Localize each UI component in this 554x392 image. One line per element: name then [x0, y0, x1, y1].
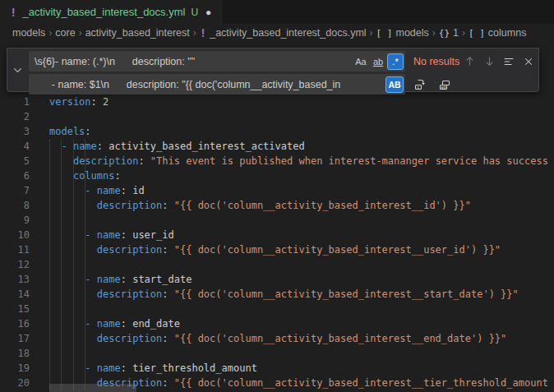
breadcrumb-item-activity_based_interest[interactable]: activity_based_interest — [85, 27, 190, 39]
find-row: \s{6}- name: (.*)\n description: "" Aa a… — [29, 51, 535, 71]
code-line-text — [30, 257, 49, 272]
match-case-toggle[interactable]: Aa — [353, 53, 369, 70]
line-number: 16 — [0, 316, 30, 331]
symbol-object-icon: {} — [439, 28, 450, 39]
code-line[interactable]: 5 description: "This event is published … — [0, 154, 554, 168]
arrow-down-icon — [484, 56, 495, 67]
line-number: 6 — [0, 168, 30, 183]
line-number: 18 — [0, 346, 30, 361]
yaml-file-icon: ! — [200, 26, 206, 39]
code-line-text — [30, 302, 49, 316]
editor-code-area[interactable]: 1version: 223models:4 - name: activity_b… — [0, 95, 554, 390]
editor-area[interactable]: 1version: 223models:4 - name: activity_b… — [0, 42, 554, 392]
code-line[interactable]: 2 — [0, 109, 554, 124]
code-line-text: description: "This event is published wh… — [30, 154, 548, 168]
line-number: 4 — [0, 139, 30, 154]
code-line[interactable]: 6 columns: — [0, 168, 554, 183]
find-results-count: No results — [413, 56, 459, 67]
git-untracked-badge: U — [191, 7, 198, 18]
line-number: 9 — [0, 213, 30, 228]
code-line[interactable]: 16 - name: end_date — [0, 316, 554, 331]
code-line[interactable]: 19 - name: tier_threshold_amount — [0, 361, 554, 376]
tab-filename: _activity_based_interest_docs.yml — [22, 6, 185, 18]
close-icon — [524, 57, 533, 67]
find-in-selection-button[interactable] — [499, 52, 519, 71]
code-line[interactable]: 14 description: "{{ doc('column__activit… — [0, 287, 554, 302]
code-line-text: version: 2 — [30, 95, 108, 109]
preserve-case-toggle[interactable]: AB — [385, 76, 404, 93]
breadcrumb: models›core›activity_based_interest›!_ac… — [0, 24, 554, 42]
svg-text:ab: ab — [441, 84, 446, 89]
breadcrumb-item-models[interactable]: models — [12, 27, 45, 39]
breadcrumb-item-core[interactable]: core — [55, 27, 75, 39]
find-replace-widget: \s{6}- name: (.*)\n description: "" Aa a… — [7, 48, 539, 92]
breadcrumb-item-1[interactable]: {}1 — [439, 27, 459, 39]
line-number: 3 — [0, 124, 30, 139]
find-input[interactable]: \s{6}- name: (.*)\n description: "" Aa a… — [29, 51, 405, 71]
replace-row: - name: $1\n description: "{{ doc('colum… — [29, 74, 535, 95]
line-number: 14 — [0, 287, 30, 302]
replace-input[interactable]: - name: $1\n description: "{{ doc('colum… — [29, 74, 405, 95]
code-line-text: - name: tier_threshold_amount — [30, 361, 257, 376]
code-line[interactable]: 15 — [0, 302, 554, 316]
code-line[interactable]: 11 description: "{{ doc('column__activit… — [0, 242, 554, 257]
code-line[interactable]: 4 - name: activity_based_interest_activa… — [0, 139, 554, 154]
toggle-replace-button[interactable] — [7, 48, 28, 91]
find-in-selection-icon — [503, 56, 515, 67]
replace-all-button[interactable]: ab — [435, 75, 455, 95]
code-line-text: - name: id — [30, 183, 145, 198]
code-line[interactable]: 13 - name: start_date — [0, 272, 554, 287]
replace-button[interactable]: c — [410, 75, 430, 95]
tab-active-file[interactable]: ! _activity_based_interest_docs.yml U ● — [0, 0, 222, 24]
tab-bar: ! _activity_based_interest_docs.yml U ● — [0, 0, 554, 24]
code-line[interactable]: 10 - name: user_id — [0, 228, 554, 242]
code-line-text: - name: activity_based_interest_activate… — [30, 139, 305, 154]
code-line[interactable]: 7 - name: id — [0, 183, 554, 198]
line-number: 20 — [0, 376, 30, 390]
breadcrumb-item-models[interactable]: [ ]models — [376, 27, 429, 39]
line-number: 17 — [0, 331, 30, 346]
replace-all-icon: ab — [438, 78, 451, 91]
next-match-button[interactable] — [479, 52, 499, 71]
code-line-text — [30, 109, 49, 124]
horizontal-scrollbar[interactable] — [49, 384, 136, 392]
line-number: 8 — [0, 198, 30, 213]
breadcrumb-label: models — [12, 27, 45, 39]
code-line[interactable]: 8 description: "{{ doc('column__activity… — [0, 198, 554, 213]
breadcrumb-separator-icon: › — [370, 27, 373, 39]
line-number: 2 — [0, 109, 30, 124]
code-line[interactable]: 9 — [0, 213, 554, 228]
code-line[interactable]: 3models: — [0, 124, 554, 139]
previous-match-button[interactable] — [459, 52, 479, 71]
arrow-up-icon — [464, 56, 475, 67]
breadcrumb-item-columns[interactable]: [ ]columns — [469, 27, 526, 39]
dirty-indicator-icon[interactable]: ● — [205, 7, 211, 17]
close-find-widget-button[interactable] — [519, 52, 538, 71]
code-line-text: - name: start_date — [30, 272, 192, 287]
breadcrumb-separator-icon: › — [462, 27, 465, 39]
line-number: 7 — [0, 183, 30, 198]
whole-word-toggle[interactable]: ab — [370, 53, 386, 70]
yaml-file-icon: ! — [10, 6, 16, 19]
symbol-array-icon: [ ] — [469, 28, 485, 39]
code-line-text — [30, 346, 49, 361]
chevron-down-icon — [13, 66, 22, 75]
breadcrumb-label: core — [55, 27, 75, 39]
code-line[interactable]: 17 description: "{{ doc('column__activit… — [0, 331, 554, 346]
regex-toggle[interactable]: .* — [387, 53, 404, 70]
code-line[interactable]: 12 — [0, 257, 554, 272]
breadcrumb-label: _activity_based_interest_docs.yml — [210, 27, 366, 39]
breadcrumb-label: activity_based_interest — [85, 27, 190, 39]
line-number: 1 — [0, 95, 30, 109]
code-line-text: description: "{{ doc('column__activity_b… — [30, 331, 506, 346]
breadcrumb-label: 1 — [453, 27, 459, 39]
code-line[interactable]: 18 — [0, 346, 554, 361]
code-line-text: description: "{{ doc('column__activity_b… — [30, 242, 501, 257]
replace-input-text: - name: $1\n description: "{{ doc('colum… — [35, 79, 385, 90]
code-line-text: columns: — [30, 168, 121, 183]
breadcrumb-item-_activity_based_interest_docs.yml[interactable]: !_activity_based_interest_docs.yml — [200, 26, 367, 39]
code-line-text: description: "{{ doc('column__activity_b… — [30, 287, 519, 302]
replace-icon: c — [413, 78, 427, 91]
code-line[interactable]: 1version: 2 — [0, 95, 554, 109]
symbol-array-icon: [ ] — [376, 28, 393, 39]
